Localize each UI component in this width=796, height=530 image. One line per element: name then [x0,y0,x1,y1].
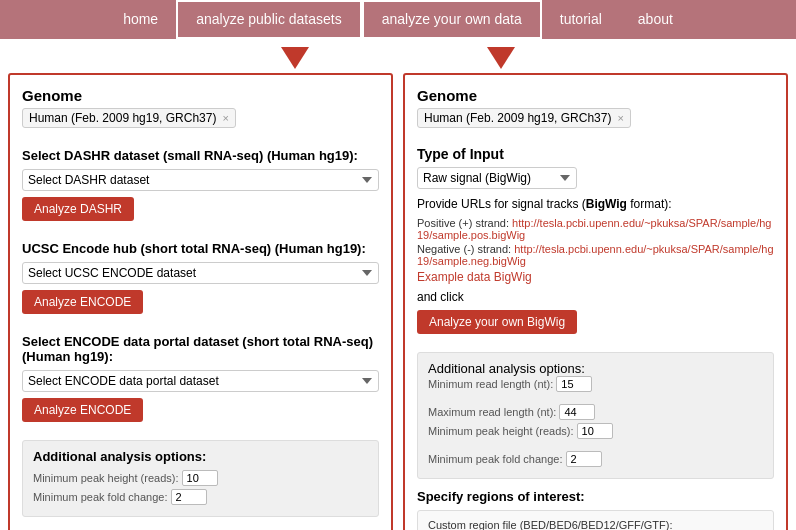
and-click-text: and click [417,290,774,304]
right-additional-title: Additional analysis options: [428,361,763,376]
signal-type-select[interactable]: Raw signal (BigWig) [417,167,577,189]
example-data-link[interactable]: Example data BigWig [417,270,532,284]
left-fold-change-label: Minimum peak fold change: [33,491,168,503]
analyze-encode-ucsc-button[interactable]: Analyze ENCODE [22,290,143,314]
right-opt-row-1: Minimum read length (nt): Maximum read l… [428,376,763,420]
left-genome-clear[interactable]: × [222,112,228,124]
region-box: Custom region file (BED/BED6/BED12/GFF/G… [417,510,774,530]
type-of-input-title: Type of Input [417,146,774,162]
left-opt-row-1: Minimum peak height (reads): [33,470,368,486]
left-genome-title: Genome [22,87,379,104]
left-fold-change-input[interactable] [171,489,207,505]
analyze-encode-portal-button[interactable]: Analyze ENCODE [22,398,143,422]
right-additional-options: Additional analysis options: Minimum rea… [417,352,774,479]
left-genome-value: Human (Feb. 2009 hg19, GRCh37) [29,111,216,125]
left-arrow [281,47,309,69]
nav-tutorial[interactable]: tutorial [542,0,620,39]
ucsc-select[interactable]: Select UCSC ENCODE dataset [22,262,379,284]
encode-select[interactable]: Select ENCODE data portal dataset [22,370,379,392]
nav-about[interactable]: about [620,0,691,39]
regions-title: Specify regions of interest: [417,489,774,504]
dashr-select[interactable]: Select DASHR dataset [22,169,379,191]
arrows-row [0,39,796,73]
right-fold-change-label: Minimum peak fold change: [428,453,563,465]
region-section: Specify regions of interest: Custom regi… [417,489,774,530]
right-max-read-input[interactable] [559,404,595,420]
right-min-peak-label: Minimum peak height (reads): [428,425,574,437]
left-fold-change-pair: Minimum peak fold change: [33,489,207,505]
nav-home[interactable]: home [105,0,176,39]
left-min-peak-input[interactable] [182,470,218,486]
nav-analyze-public[interactable]: analyze public datasets [176,0,362,39]
right-genome-title: Genome [417,87,774,104]
ucsc-section-title: UCSC Encode hub (short total RNA-seq) (H… [22,241,379,256]
analyze-dashr-button[interactable]: Analyze DASHR [22,197,134,221]
left-min-peak-pair: Minimum peak height (reads): [33,470,218,486]
right-arrow [487,47,515,69]
left-genome-select[interactable]: Human (Feb. 2009 hg19, GRCh37) × [22,108,236,128]
left-panel: Genome Human (Feb. 2009 hg19, GRCh37) × … [8,73,393,530]
positive-strand-url-line: Positive (+) strand: http://tesla.pcbi.u… [417,217,774,241]
right-min-read-input[interactable] [556,376,592,392]
right-fold-change-pair: Minimum peak fold change: [428,451,602,467]
right-panel: Genome Human (Feb. 2009 hg19, GRCh37) × … [403,73,788,530]
navbar: home analyze public datasets analyze you… [0,0,796,39]
encode-section-title: Select ENCODE data portal dataset (short… [22,334,379,364]
left-additional-options: Additional analysis options: Minimum pea… [22,440,379,517]
region-file-label: Custom region file (BED/BED6/BED12/GFF/G… [428,519,763,530]
right-min-read-label: Minimum read length (nt): [428,378,553,390]
main-content: Genome Human (Feb. 2009 hg19, GRCh37) × … [0,73,796,530]
left-min-peak-label: Minimum peak height (reads): [33,472,179,484]
negative-strand-label: Negative (-) strand: [417,243,511,255]
positive-strand-label: Positive (+) strand: [417,217,509,229]
dashr-section-title: Select DASHR dataset (small RNA-seq) (Hu… [22,148,379,163]
right-min-peak-input[interactable] [577,423,613,439]
right-genome-select[interactable]: Human (Feb. 2009 hg19, GRCh37) × [417,108,631,128]
right-min-read-pair: Minimum read length (nt): [428,376,592,392]
right-max-read-pair: Maximum read length (nt): [428,404,595,420]
negative-strand-url-line: Negative (-) strand: http://tesla.pcbi.u… [417,243,774,267]
right-genome-clear[interactable]: × [617,112,623,124]
analyze-bigwig-button[interactable]: Analyze your own BigWig [417,310,577,334]
right-opt-row-2: Minimum peak height (reads): Minimum pea… [428,423,763,467]
left-opt-row-2: Minimum peak fold change: [33,489,368,505]
nav-analyze-own[interactable]: analyze your own data [362,0,542,39]
right-fold-change-input[interactable] [566,451,602,467]
left-additional-title: Additional analysis options: [33,449,368,464]
right-min-peak-pair: Minimum peak height (reads): [428,423,613,439]
url-prompt: Provide URLs for signal tracks (BigWig f… [417,197,774,211]
right-max-read-label: Maximum read length (nt): [428,406,556,418]
right-genome-value: Human (Feb. 2009 hg19, GRCh37) [424,111,611,125]
